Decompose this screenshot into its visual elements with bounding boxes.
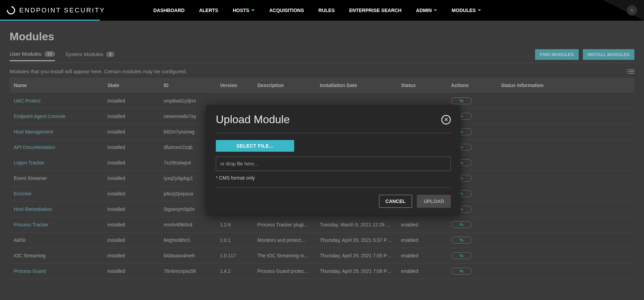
gear-icon[interactable] (451, 252, 472, 259)
cell-date: Thursday, April 29, 2021 5:37 PM ... (316, 233, 397, 248)
cell-status: enabled (397, 217, 447, 233)
cell-name[interactable]: Host Management (10, 124, 103, 140)
th-version[interactable]: Version (216, 78, 253, 93)
cell-name[interactable]: Enricher (10, 186, 103, 202)
cell-name: AMSI (10, 233, 103, 248)
nav-hosts[interactable]: HOSTS (233, 8, 255, 13)
gear-icon[interactable] (451, 221, 472, 228)
cell-name: IOC Streaming (10, 248, 103, 264)
cell-date: Tuesday, March 9, 2021 12:28 AM... (316, 217, 397, 233)
upload-module-modal: Upload Module ✕ SELECT FILE... or drop f… (206, 105, 460, 215)
cell-version: 1.0.1 (216, 233, 253, 248)
cell-name[interactable]: Logon Tracker (10, 155, 103, 171)
gear-icon[interactable] (451, 97, 472, 104)
cell-status-info (497, 155, 634, 171)
th-installation-date[interactable]: Installation Date (316, 78, 397, 93)
nav-label: ALERTS (199, 8, 218, 13)
cell-name[interactable]: Process Guard (10, 264, 103, 279)
nav-label: ENTERPRISE SEARCH (349, 8, 401, 13)
cell-actions (447, 248, 497, 264)
list-view-icon[interactable] (628, 69, 634, 74)
tab-badge: 3 (106, 52, 115, 57)
cell-state: installed (103, 155, 160, 171)
upload-button[interactable]: UPLOAD (417, 195, 451, 208)
chevron-down-icon (478, 9, 481, 11)
cell-id: mnrkvt06i0cd (159, 217, 216, 233)
cell-status-info (497, 186, 634, 202)
cell-status-info (497, 248, 634, 264)
th-id[interactable]: ID (159, 78, 216, 93)
cancel-button[interactable]: CANCEL (379, 195, 412, 208)
gear-icon[interactable] (451, 237, 472, 244)
gear-icon[interactable] (451, 268, 472, 275)
modal-title-row: Upload Module ✕ (216, 113, 451, 126)
cell-status-info (497, 109, 634, 124)
cell-state: installed (103, 109, 160, 124)
nav-label: ADMIN (416, 8, 432, 13)
nav-label: MODULES (452, 8, 476, 13)
cell-name[interactable]: API Documentation (10, 140, 103, 155)
cell-name[interactable]: Host Remediation (10, 202, 103, 217)
th-description[interactable]: Description (253, 78, 316, 93)
cell-date: Thursday, April 29, 2021 7:05 PM ... (316, 248, 397, 264)
cell-description: Monitors and protect... (253, 233, 316, 248)
cell-state: installed (103, 264, 160, 279)
corner-decoration (603, 0, 644, 21)
cell-state: installed (103, 202, 160, 217)
cell-status-info (497, 171, 634, 186)
nav-enterprise-search[interactable]: ENTERPRISE SEARCH (349, 8, 401, 13)
nav-alerts[interactable]: ALERTS (199, 8, 218, 13)
cell-state: installed (103, 140, 160, 155)
divider (216, 188, 451, 188)
cell-version: 1.2.6 (216, 217, 253, 233)
divider (216, 133, 451, 133)
close-icon[interactable]: ✕ (441, 115, 451, 125)
th-name[interactable]: Name (10, 78, 103, 93)
cell-status-info (497, 140, 634, 155)
chevron-down-icon (251, 9, 255, 11)
install-modules-button[interactable]: INSTALL MODULES (583, 49, 634, 60)
th-actions[interactable]: Actions (447, 78, 497, 93)
cell-date: Thursday, April 29, 2021 7:08 PM ... (316, 264, 397, 279)
cell-name[interactable]: Endpoint Agent Console (10, 109, 103, 124)
cell-status-info (497, 217, 634, 233)
nav-modules[interactable]: MODULES (452, 8, 481, 13)
nav-admin[interactable]: ADMIN (416, 8, 437, 13)
cell-description: Process Guard protec... (253, 264, 316, 279)
cell-status: enabled (397, 264, 447, 279)
nav-items: DASHBOARD ALERTS HOSTS ACQUISITIONS RULE… (153, 8, 481, 13)
cell-version: 1.0.117 (216, 248, 253, 264)
cell-state: installed (103, 248, 160, 264)
nav-dashboard[interactable]: DASHBOARD (153, 8, 185, 13)
th-status-info[interactable]: Status Information (497, 78, 634, 93)
nav-label: DASHBOARD (153, 8, 185, 13)
th-status[interactable]: Status (397, 78, 447, 93)
cell-status: enabled (397, 233, 447, 248)
tab-label: System Modules (65, 51, 103, 57)
cell-state: installed (103, 93, 160, 109)
cell-state: installed (103, 171, 160, 186)
find-modules-button[interactable]: FIND MODULES (535, 49, 579, 60)
nav-acquisitions[interactable]: ACQUISITIONS (269, 8, 304, 13)
nav-label: HOSTS (233, 8, 249, 13)
tab-system-modules[interactable]: System Modules 3 (65, 51, 115, 61)
tab-user-modules[interactable]: User Modules 12 (10, 51, 55, 61)
tab-badge: 12 (44, 51, 55, 57)
page-actions: FIND MODULES INSTALL MODULES (535, 49, 634, 63)
top-navbar: ENDPOINT SECURITY DASHBOARD ALERTS HOSTS… (0, 0, 644, 21)
table-row: IOC Streaminginstalledki0dxaox4me61.0.11… (10, 248, 634, 264)
cell-name[interactable]: UAC Protect (10, 93, 103, 109)
table-row: Process Guardinstalled76nbmcvpw29l1.4.2P… (10, 264, 634, 279)
nav-rules[interactable]: RULES (319, 8, 335, 13)
table-row: AMSIinstalled84ghtot6hri11.0.1Monitors a… (10, 233, 634, 248)
drop-zone[interactable]: or drop file here... (216, 157, 451, 171)
tabs-row: User Modules 12 System Modules 3 FIND MO… (10, 49, 634, 63)
cell-status-info (497, 124, 634, 140)
cell-status-info (497, 93, 634, 109)
cell-name[interactable]: Process Tracker (10, 217, 103, 233)
th-state[interactable]: State (103, 78, 160, 93)
cell-status-info (497, 233, 634, 248)
select-file-button[interactable]: SELECT FILE... (216, 140, 294, 152)
cell-id: ki0dxaox4me6 (159, 248, 216, 264)
brand-name: ENDPOINT SECURITY (19, 7, 105, 14)
